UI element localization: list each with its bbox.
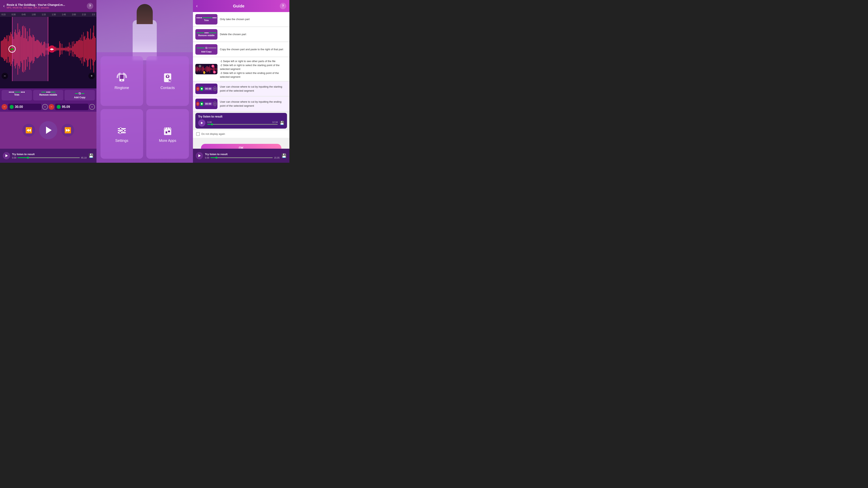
ok-button[interactable]: OK bbox=[201, 144, 281, 149]
thumb-wave-bar bbox=[206, 69, 207, 69]
thumb-wave-bar bbox=[211, 68, 212, 70]
thumb-wave-bar bbox=[216, 68, 216, 70]
remove-middle-thumb-label: Remove middle bbox=[198, 34, 214, 37]
settings-menu-item[interactable]: Settings bbox=[100, 109, 143, 159]
svg-point-5 bbox=[167, 75, 168, 77]
panel3-progress-bar[interactable] bbox=[210, 157, 273, 158]
progress-start: 0.00 bbox=[12, 157, 16, 159]
waveform-bar bbox=[92, 38, 92, 60]
do-not-display-checkbox[interactable] bbox=[196, 132, 200, 136]
thumb-wave-bar bbox=[198, 68, 199, 70]
thumb-wave-bar bbox=[209, 66, 209, 72]
contacts-menu-item[interactable]: Contacts bbox=[146, 56, 189, 106]
line bbox=[81, 93, 85, 94]
help-button[interactable]: ? bbox=[87, 3, 93, 9]
waveform-thumb-content: 2 1 3 ✋ bbox=[195, 64, 217, 74]
waveform-bar bbox=[89, 38, 89, 60]
guide-help-button[interactable]: ? bbox=[280, 3, 286, 9]
guide-back-button[interactable]: ‹ bbox=[196, 3, 197, 9]
fast-forward-button[interactable]: ⏩ bbox=[61, 124, 74, 137]
save-button[interactable]: 💾 bbox=[89, 153, 94, 158]
waveform-bar bbox=[73, 41, 74, 57]
waveform-bar bbox=[66, 46, 66, 52]
thumb-wave-bar bbox=[199, 67, 200, 71]
thumb-wave-bar bbox=[208, 66, 208, 72]
panel3-progress-dot bbox=[215, 157, 217, 159]
start-time-thumb-content: − 00:00 + bbox=[195, 86, 217, 92]
waveform-bar bbox=[78, 41, 78, 57]
waveform-bar bbox=[58, 48, 59, 51]
listen-end: 12.34 bbox=[272, 121, 278, 123]
waveform-bar bbox=[89, 39, 90, 59]
thumb-wave-bar bbox=[210, 65, 210, 73]
start-time-value[interactable]: 30.00 bbox=[15, 105, 23, 109]
right-line bbox=[51, 92, 56, 92]
dot bbox=[199, 17, 200, 18]
waveform-bar bbox=[85, 40, 86, 59]
listen-play-button[interactable] bbox=[198, 119, 206, 127]
more-apps-label: More Apps bbox=[159, 139, 176, 143]
start-plus-button[interactable]: + bbox=[42, 104, 48, 110]
ringtone-menu-item[interactable]: Ringtone bbox=[100, 56, 143, 106]
waveform-bar bbox=[2, 41, 2, 58]
panel3-play-button[interactable] bbox=[196, 152, 203, 159]
bottom-play-button[interactable] bbox=[3, 152, 10, 159]
waveform-bar bbox=[57, 48, 58, 51]
dot bbox=[198, 17, 199, 18]
back-button[interactable]: ‹ bbox=[3, 3, 5, 9]
waveform-container[interactable]: 0:15 0:30 0:45 1:00 1:15 1:30 1:45 2:00 … bbox=[0, 12, 96, 88]
dot bbox=[214, 17, 215, 18]
add-copy-label: Add Copy bbox=[74, 96, 85, 99]
guide-listen-section: Try listen to result 0.00 12.34 💾 bbox=[195, 113, 287, 129]
waveform-bar bbox=[88, 32, 88, 66]
ac-line-g bbox=[196, 47, 205, 48]
left-arrows-icon: ◀▶ bbox=[10, 47, 14, 51]
rewind-button[interactable]: ⏪ bbox=[22, 124, 35, 137]
ruler-mark: 2:3 bbox=[92, 13, 95, 16]
start-minus-button[interactable]: − bbox=[2, 104, 7, 110]
guide-panel: ‹ Guide ? Trim bbox=[193, 0, 289, 163]
ac-copy-icon: ⧉ bbox=[206, 46, 208, 50]
listen-save-button[interactable]: 💾 bbox=[280, 121, 284, 125]
remove-middle-thumb-content: Remove middle bbox=[195, 32, 217, 37]
right-handle[interactable]: ◀▶ bbox=[48, 45, 56, 53]
progress-bar[interactable] bbox=[18, 157, 80, 158]
end-time-input-box: 95.09 bbox=[55, 104, 88, 110]
waveform-bar bbox=[94, 36, 95, 62]
add-copy-thumb: ⧉ Add Copy bbox=[195, 44, 217, 55]
waveform-bar bbox=[90, 29, 91, 69]
add-copy-description: Copy the chosen part and paste to the ri… bbox=[220, 47, 287, 52]
play-button[interactable] bbox=[39, 121, 57, 139]
end-minus-button[interactable]: − bbox=[49, 104, 54, 110]
add-copy-button[interactable]: ⧉ Add Copy bbox=[64, 90, 95, 100]
end-plus-button[interactable]: + bbox=[89, 104, 95, 110]
contacts-icon bbox=[162, 72, 173, 84]
thumb-wave-bar bbox=[215, 69, 215, 69]
thumb-wave-bar bbox=[206, 67, 206, 71]
remove-middle-button[interactable]: Remove middle bbox=[33, 90, 63, 100]
start-time-description: User can choose where to cut by inputtin… bbox=[220, 85, 287, 93]
thumb-wave-bar bbox=[204, 68, 204, 70]
zoom-in-button[interactable]: + bbox=[88, 73, 95, 79]
panel3-bottom-info: Try listen to result 0.00 15.05 bbox=[205, 153, 280, 159]
panel3-save-button[interactable]: 💾 bbox=[282, 153, 287, 158]
waveform-bar bbox=[75, 43, 76, 55]
zoom-out-button[interactable]: − bbox=[2, 73, 8, 79]
thumb-wave-bar bbox=[205, 68, 205, 70]
thumb-wave-bar bbox=[216, 65, 217, 73]
listen-bar[interactable] bbox=[208, 124, 278, 125]
ringtone-icon bbox=[116, 72, 127, 84]
trim-button[interactable]: Trim bbox=[2, 90, 32, 100]
thumb-wave-bar bbox=[213, 67, 214, 71]
more-apps-menu-item[interactable]: More Apps bbox=[146, 109, 189, 159]
svg-rect-14 bbox=[164, 129, 171, 135]
guide-content[interactable]: Trim Only take the chosen part Remove mi… bbox=[193, 12, 289, 149]
audio-editor-panel: ‹ Rosie & The Goldbug - You've Changed.m… bbox=[0, 0, 96, 163]
svg-rect-1 bbox=[120, 74, 124, 79]
waveform-area[interactable]: ◀▶ ◀▶ − + bbox=[0, 17, 96, 81]
left-handle[interactable]: ◀▶ bbox=[8, 45, 16, 53]
end-dot bbox=[57, 105, 61, 109]
waveform-bar bbox=[63, 48, 64, 51]
end-time-value[interactable]: 95.09 bbox=[62, 105, 70, 109]
guide-row-start-time: − 00:00 + User can choose where to cut b… bbox=[193, 82, 289, 96]
